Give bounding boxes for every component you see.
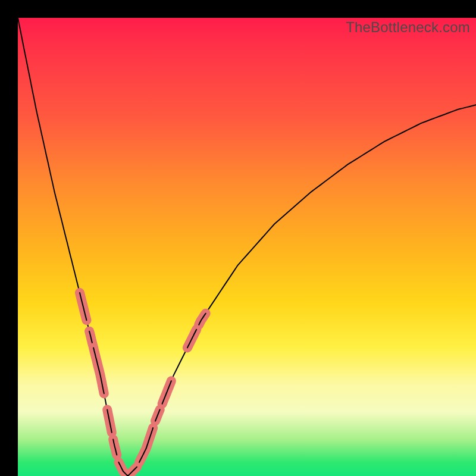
marker-group xyxy=(80,293,206,476)
plot-area: TheBottleneck.com xyxy=(18,18,476,476)
bottleneck-curve xyxy=(18,18,476,476)
chart-frame: TheBottleneck.com xyxy=(0,0,476,476)
watermark-text: TheBottleneck.com xyxy=(346,19,470,36)
curve-layer xyxy=(18,18,476,476)
